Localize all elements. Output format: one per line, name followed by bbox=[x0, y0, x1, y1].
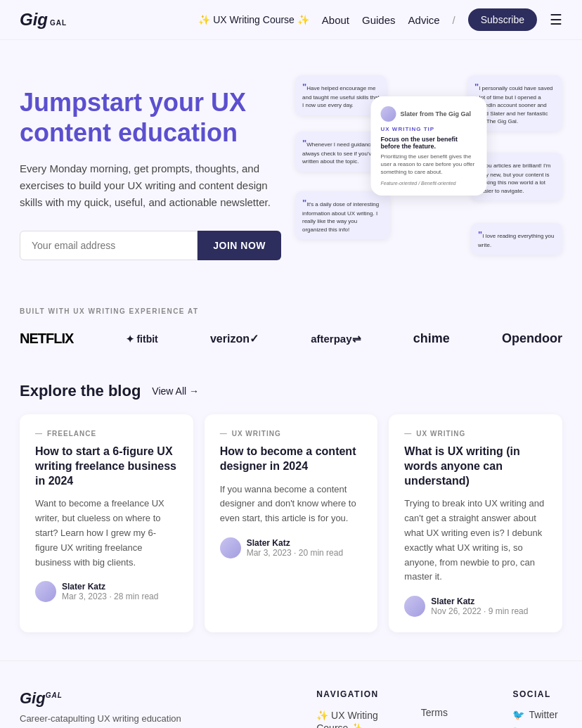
nav-divider: / bbox=[453, 14, 455, 26]
author-avatar-3 bbox=[404, 596, 425, 617]
footer-nav-item-course: ✨ UX Writing Course ✨ bbox=[316, 709, 379, 728]
logo-verizon: verizon✓ bbox=[210, 332, 259, 345]
card-1-title: How to start a 6-figure UX writing freel… bbox=[35, 445, 178, 488]
hero-email-input[interactable] bbox=[20, 231, 198, 260]
view-all-link[interactable]: View All → bbox=[152, 385, 199, 397]
logos-row: NETFLIX ✦ fitbit verizon✓ afterpay⇌ chim… bbox=[20, 331, 562, 347]
footer-logo: GigGAL bbox=[20, 689, 274, 708]
logo-chime: chime bbox=[413, 331, 450, 346]
hero-right: Slater from The Gig Gal UX WRITING TIP F… bbox=[295, 75, 562, 272]
blog-card-3: UX WRITING What is UX writing (in words … bbox=[389, 414, 562, 632]
card-3-tag: UX WRITING bbox=[404, 430, 547, 438]
footer-nav-heading: NAVIGATION bbox=[316, 689, 379, 699]
logo[interactable]: Gig GAL bbox=[20, 10, 67, 30]
hero-body: Every Monday morning, get prompts, thoug… bbox=[20, 160, 281, 211]
footer-brand: GigGAL Career-catapulting UX writing edu… bbox=[20, 689, 274, 728]
bubble-3: "It's a daily dose of interesting inform… bbox=[295, 191, 390, 239]
hero-section: Jumpstart your UX content education Ever… bbox=[0, 40, 582, 300]
logo-netflix: NETFLIX bbox=[20, 331, 73, 347]
hero-left: Jumpstart your UX content education Ever… bbox=[20, 87, 281, 260]
navbar: Gig GAL ✨ UX Writing Course ✨ About Guid… bbox=[0, 0, 582, 40]
hero-heading: Jumpstart your UX content education bbox=[20, 87, 281, 148]
author-info-1: Slater Katz Mar 3, 2023 · 28 min read bbox=[62, 582, 158, 601]
blog-header: Explore the blog View All → bbox=[20, 382, 562, 400]
footer-social-section: SOCIAL 🐦 Twitter 📡 RSS bbox=[512, 689, 562, 728]
card-3-excerpt: Trying to break into UX writing and can'… bbox=[404, 497, 547, 585]
nav-about-link[interactable]: About bbox=[322, 14, 349, 26]
footer-tagline: Career-catapulting UX writing education bbox=[20, 713, 274, 724]
card-1-author: Slater Katz Mar 3, 2023 · 28 min read bbox=[35, 581, 178, 602]
footer-nav-list: ✨ UX Writing Course ✨ About Guides Advic… bbox=[316, 709, 379, 728]
footer-links-list: Terms Privacy bbox=[421, 706, 471, 728]
twitter-icon: 🐦 bbox=[512, 709, 524, 720]
footer-links-section: Terms Privacy bbox=[421, 689, 471, 728]
blog-card-1: FREELANCE How to start a 6-figure UX wri… bbox=[20, 414, 193, 632]
logo-afterpay: afterpay⇌ bbox=[311, 333, 361, 345]
hero-join-button[interactable]: JOIN NOW bbox=[198, 231, 281, 260]
nav-advice-link[interactable]: Advice bbox=[408, 14, 440, 26]
built-with-label: BUILT WITH UX WRITING EXPERIENCE AT bbox=[20, 307, 562, 315]
author-info-2: Slater Katz Mar 3, 2023 · 20 min read bbox=[247, 538, 343, 558]
footer-nav-section: NAVIGATION ✨ UX Writing Course ✨ About G… bbox=[316, 689, 379, 728]
card-3-author: Slater Katz Nov 26, 2022 · 9 min read bbox=[404, 596, 547, 617]
logo-fitbit: ✦ fitbit bbox=[126, 333, 158, 345]
nav-links: ✨ UX Writing Course ✨ About Guides Advic… bbox=[198, 8, 562, 31]
author-avatar-2 bbox=[220, 537, 241, 558]
blog-heading: Explore the blog bbox=[20, 382, 141, 400]
nav-guides-link[interactable]: Guides bbox=[362, 14, 396, 26]
author-name-2: Slater Katz bbox=[247, 538, 343, 548]
phone-label: UX WRITING TIP bbox=[381, 126, 477, 132]
author-avatar-1 bbox=[35, 581, 56, 602]
blog-grid: FREELANCE How to start a 6-figure UX wri… bbox=[20, 414, 562, 632]
phone-from: Slater from The Gig Gal bbox=[401, 110, 472, 117]
card-3-title: What is UX writing (in words anyone can … bbox=[404, 445, 547, 488]
author-meta-3: Nov 26, 2022 · 9 min read bbox=[431, 606, 528, 616]
phone-body: Prioritizing the user benefit gives the … bbox=[381, 153, 477, 177]
blog-card-2: UX WRITING How to become a content desig… bbox=[205, 414, 378, 632]
footer-main: GigGAL Career-catapulting UX writing edu… bbox=[20, 689, 562, 728]
card-2-excerpt: If you wanna become a content designer a… bbox=[220, 483, 363, 526]
author-info-3: Slater Katz Nov 26, 2022 · 9 min read bbox=[431, 596, 528, 616]
bubble-6: "I love reading everything you write. bbox=[471, 223, 562, 255]
footer: GigGAL Career-catapulting UX writing edu… bbox=[0, 660, 582, 728]
author-name-1: Slater Katz bbox=[62, 582, 158, 592]
footer-social-twitter: 🐦 Twitter bbox=[512, 709, 562, 720]
card-2-title: How to become a content designer in 2024 bbox=[220, 445, 363, 474]
built-with-section: BUILT WITH UX WRITING EXPERIENCE AT NETF… bbox=[0, 300, 582, 368]
author-meta-1: Mar 3, 2023 · 28 min read bbox=[62, 592, 158, 601]
author-name-3: Slater Katz bbox=[431, 596, 528, 606]
logo-opendoor: Opendoor bbox=[502, 331, 562, 346]
card-2-tag: UX WRITING bbox=[220, 430, 363, 438]
logo-gig: Gig bbox=[20, 10, 48, 30]
blog-section: Explore the blog View All → FREELANCE Ho… bbox=[0, 368, 582, 660]
hamburger-icon[interactable]: ☰ bbox=[550, 11, 562, 28]
nav-course-link[interactable]: ✨ UX Writing Course ✨ bbox=[198, 14, 309, 25]
card-2-author: Slater Katz Mar 3, 2023 · 20 min read bbox=[220, 537, 363, 558]
footer-social-heading: SOCIAL bbox=[512, 689, 562, 699]
logo-gal: GAL bbox=[50, 19, 67, 27]
card-1-excerpt: Want to become a freelance UX writer, bu… bbox=[35, 497, 178, 570]
author-meta-2: Mar 3, 2023 · 20 min read bbox=[247, 548, 343, 558]
footer-link-terms: Terms bbox=[421, 706, 471, 719]
hero-form: JOIN NOW bbox=[20, 231, 281, 260]
phone-heading: Focus on the user benefit before the fea… bbox=[381, 136, 477, 150]
footer-social-list: 🐦 Twitter 📡 RSS bbox=[512, 709, 562, 728]
subscribe-button[interactable]: Subscribe bbox=[468, 8, 537, 31]
card-1-tag: FREELANCE bbox=[35, 430, 178, 438]
